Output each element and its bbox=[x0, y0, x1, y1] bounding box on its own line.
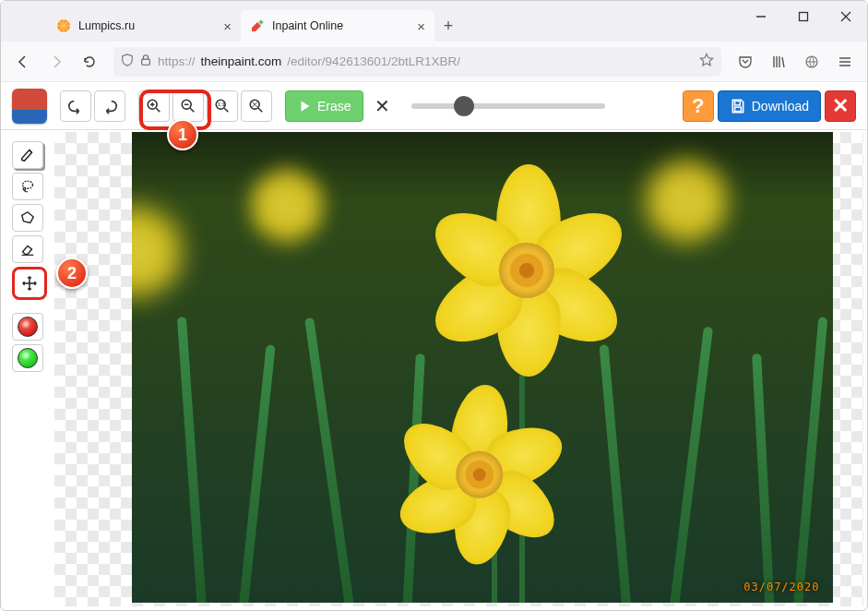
help-button[interactable]: ? bbox=[683, 90, 714, 122]
eraser-tool[interactable] bbox=[12, 235, 43, 263]
zoom-out-button[interactable] bbox=[172, 90, 204, 122]
edited-image[interactable]: 03/07/2020 bbox=[132, 132, 833, 603]
browser-navbar: https://theinpaint.com/editor/942613601/… bbox=[1, 42, 867, 82]
menu-icon[interactable] bbox=[830, 47, 860, 77]
move-tool[interactable] bbox=[12, 267, 47, 300]
window-maximize-icon[interactable] bbox=[782, 1, 825, 32]
svg-line-19 bbox=[258, 108, 262, 112]
close-editor-button[interactable]: ✕ bbox=[825, 90, 856, 122]
nav-forward-icon bbox=[42, 47, 71, 77]
window-close-icon[interactable] bbox=[825, 1, 867, 32]
app-toolbar: 1:1 Erase ✕ ? Download ✕ bbox=[1, 82, 867, 130]
svg-rect-6 bbox=[142, 59, 150, 65]
tool-sidebar bbox=[12, 141, 45, 372]
zoom-in-button[interactable] bbox=[138, 90, 170, 122]
nav-back-icon[interactable] bbox=[8, 47, 38, 77]
close-icon: ✕ bbox=[375, 95, 390, 117]
canvas-area[interactable]: 03/07/2020 bbox=[54, 132, 863, 606]
brush-size-slider[interactable] bbox=[411, 103, 605, 109]
favicon-lumpics bbox=[56, 18, 71, 33]
svg-text:1:1: 1:1 bbox=[218, 102, 224, 107]
favicon-inpaint bbox=[250, 18, 265, 33]
url-host: theinpaint.com bbox=[201, 54, 282, 68]
bookmark-star-icon[interactable] bbox=[699, 53, 714, 70]
cancel-erase-button[interactable]: ✕ bbox=[367, 90, 398, 122]
polygon-tool[interactable] bbox=[12, 204, 43, 232]
download-label: Download bbox=[752, 99, 809, 114]
svg-rect-21 bbox=[734, 107, 741, 112]
lock-icon bbox=[139, 54, 152, 69]
shield-icon bbox=[121, 54, 134, 69]
browser-tab-lumpics[interactable]: Lumpics.ru × bbox=[47, 10, 241, 42]
tab-title: Lumpics.ru bbox=[78, 19, 216, 32]
svg-rect-1 bbox=[258, 19, 264, 25]
browser-tab-inpaint[interactable]: Inpaint Online × bbox=[241, 10, 434, 42]
tab-title: Inpaint Online bbox=[272, 19, 410, 32]
erase-label: Erase bbox=[317, 99, 351, 114]
tab-close-icon[interactable]: × bbox=[417, 18, 425, 34]
svg-line-9 bbox=[156, 108, 160, 112]
marker-tool[interactable] bbox=[12, 141, 43, 169]
erase-button[interactable]: Erase bbox=[285, 90, 363, 122]
close-icon: ✕ bbox=[832, 94, 849, 118]
svg-line-16 bbox=[224, 108, 228, 112]
keep-color-tool[interactable] bbox=[12, 344, 43, 372]
zoom-actual-button[interactable]: 1:1 bbox=[207, 90, 238, 122]
help-label: ? bbox=[692, 94, 704, 118]
lasso-tool[interactable] bbox=[12, 173, 43, 200]
annotation-callout-2: 2 bbox=[56, 258, 88, 289]
nav-reload-icon[interactable] bbox=[75, 47, 104, 77]
zoom-fit-button[interactable] bbox=[241, 90, 272, 122]
url-protocol: https:// bbox=[158, 54, 196, 68]
url-path: /editor/942613601/2btLR1XBR/ bbox=[287, 54, 460, 68]
address-bar[interactable]: https://theinpaint.com/editor/942613601/… bbox=[113, 47, 721, 77]
svg-rect-3 bbox=[800, 13, 808, 21]
pocket-icon[interactable] bbox=[731, 47, 760, 77]
app-logo bbox=[12, 89, 47, 124]
image-date-stamp: 03/07/2020 bbox=[743, 581, 819, 593]
undo-button[interactable] bbox=[60, 90, 91, 122]
window-controls bbox=[740, 1, 867, 42]
tab-close-icon[interactable]: × bbox=[223, 18, 232, 34]
svg-rect-20 bbox=[734, 101, 740, 105]
svg-line-13 bbox=[190, 108, 194, 112]
annotation-callout-1: 1 bbox=[167, 119, 198, 150]
new-tab-button[interactable]: + bbox=[434, 10, 462, 42]
extensions-icon[interactable] bbox=[797, 47, 826, 77]
download-button[interactable]: Download bbox=[718, 90, 821, 122]
window-minimize-icon[interactable] bbox=[740, 1, 782, 32]
redo-button[interactable] bbox=[94, 90, 125, 122]
library-icon[interactable] bbox=[764, 47, 793, 77]
remove-color-tool[interactable] bbox=[12, 313, 43, 341]
browser-titlebar: Lumpics.ru × Inpaint Online × + bbox=[1, 1, 867, 42]
slider-thumb[interactable] bbox=[454, 96, 474, 116]
